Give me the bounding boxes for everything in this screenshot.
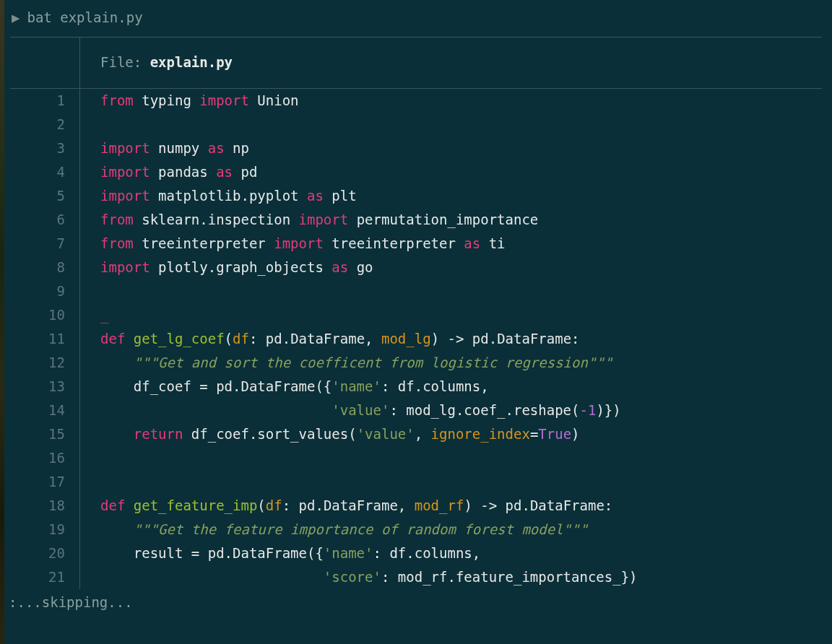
line-number: 8 xyxy=(10,256,79,279)
code-content: from typing import Union xyxy=(80,89,822,113)
code-content: """Get the feature importance of random … xyxy=(80,518,822,541)
code-content: df_coef = pd.DataFrame({'name': df.colum… xyxy=(80,375,822,399)
window-left-edge xyxy=(0,0,4,644)
line-number: 18 xyxy=(10,494,79,518)
code-line: 20 result = pd.DataFrame({'name': df.col… xyxy=(10,541,822,565)
line-number: 21 xyxy=(10,565,79,589)
code-content xyxy=(80,446,822,470)
line-number: 6 xyxy=(10,208,79,232)
code-content: import matplotlib.pyplot as plt xyxy=(80,184,822,208)
line-number: 16 xyxy=(10,446,79,470)
code-line: 8import plotly.graph_objects as go xyxy=(10,256,822,279)
line-number: 12 xyxy=(10,351,79,375)
line-number: 14 xyxy=(10,399,79,422)
code-line: 1from typing import Union xyxy=(10,89,822,113)
file-header: File: explain.py xyxy=(10,38,822,88)
prompt-arrow-icon: ▶ xyxy=(12,9,20,25)
file-label-text: File: xyxy=(100,54,150,70)
code-line: 7from treeinterpreter import treeinterpr… xyxy=(10,232,822,256)
shell-command: bat explain.py xyxy=(27,9,142,25)
line-number: 1 xyxy=(10,89,79,113)
code-content: import numpy as np xyxy=(80,136,822,160)
code-line: 12 """Get and sort the coefficent from l… xyxy=(10,351,822,375)
code-content: def get_feature_imp(df: pd.DataFrame, mo… xyxy=(80,494,822,518)
code-content: result = pd.DataFrame({'name': df.column… xyxy=(80,541,822,565)
code-content: """Get and sort the coefficent from logi… xyxy=(80,351,822,375)
code-line: 19 """Get the feature importance of rand… xyxy=(10,518,822,541)
code-line: 10_ xyxy=(10,303,822,327)
code-content: 'score': mod_rf.feature_importances_}) xyxy=(80,565,822,589)
code-line: 13 df_coef = pd.DataFrame({'name': df.co… xyxy=(10,375,822,399)
line-number: 4 xyxy=(10,160,79,184)
line-number: 9 xyxy=(10,279,79,303)
code-content: _ xyxy=(80,303,822,327)
code-content: import plotly.graph_objects as go xyxy=(80,256,822,279)
line-number: 19 xyxy=(10,518,79,541)
line-number: 13 xyxy=(10,375,79,399)
code-content: from treeinterpreter import treeinterpre… xyxy=(80,232,822,256)
code-line: 9 xyxy=(10,279,822,303)
code-line: 16 xyxy=(10,446,822,470)
code-line: 15 return df_coef.sort_values('value', i… xyxy=(10,422,822,446)
code-line: 11def get_lg_coef(df: pd.DataFrame, mod_… xyxy=(10,327,822,351)
line-number: 2 xyxy=(10,113,79,136)
code-line: 6from sklearn.inspection import permutat… xyxy=(10,208,822,232)
code-content xyxy=(80,113,822,136)
line-number: 15 xyxy=(10,422,79,446)
code-line: 21 'score': mod_rf.feature_importances_}… xyxy=(10,565,822,589)
code-listing: 1from typing import Union2 3import numpy… xyxy=(10,89,822,589)
code-line: 3import numpy as np xyxy=(10,136,822,160)
code-line: 17 xyxy=(10,470,822,494)
shell-prompt: ▶bat explain.py xyxy=(10,4,822,37)
terminal-output[interactable]: ▶bat explain.py File: explain.py 1from t… xyxy=(0,4,832,589)
line-number: 20 xyxy=(10,541,79,565)
code-line: 14 'value': mod_lg.coef_.reshape(-1)}) xyxy=(10,399,822,422)
code-line: 18def get_feature_imp(df: pd.DataFrame, … xyxy=(10,494,822,518)
line-number: 5 xyxy=(10,184,79,208)
line-number: 10 xyxy=(10,303,79,327)
line-number: 17 xyxy=(10,470,79,494)
file-name: explain.py xyxy=(150,54,233,70)
pager-status: :...skipping... xyxy=(0,589,832,613)
line-number: 3 xyxy=(10,136,79,160)
line-number: 7 xyxy=(10,232,79,256)
code-content xyxy=(80,470,822,494)
code-content: 'value': mod_lg.coef_.reshape(-1)}) xyxy=(80,399,822,422)
code-line: 2 xyxy=(10,113,822,136)
code-content: from sklearn.inspection import permutati… xyxy=(80,208,822,232)
code-content: return df_coef.sort_values('value', igno… xyxy=(80,422,822,446)
code-content: import pandas as pd xyxy=(80,160,822,184)
code-content xyxy=(80,279,822,303)
code-line: 4import pandas as pd xyxy=(10,160,822,184)
code-content: def get_lg_coef(df: pd.DataFrame, mod_lg… xyxy=(80,327,822,351)
line-number: 11 xyxy=(10,327,79,351)
code-line: 5import matplotlib.pyplot as plt xyxy=(10,184,822,208)
